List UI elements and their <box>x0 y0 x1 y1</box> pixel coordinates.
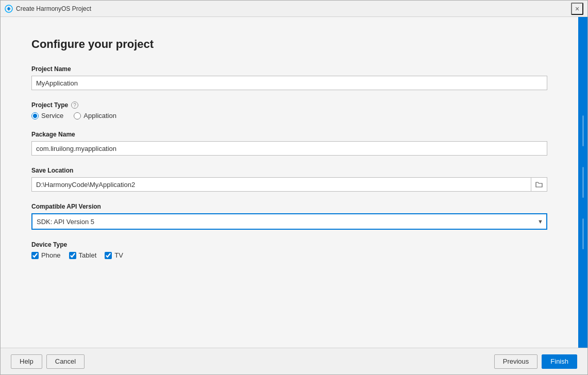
checkbox-tv-input[interactable] <box>105 252 112 259</box>
project-type-label: Project Type ? <box>31 101 547 109</box>
project-name-field: Project Name <box>31 65 547 90</box>
finish-button[interactable]: Finish <box>542 354 577 369</box>
titlebar-title: Create HarmonyOS Project <box>16 5 91 12</box>
folder-icon <box>535 181 543 187</box>
api-version-select-wrapper: SDK: API Version 5 SDK: API Version 6 ▼ <box>31 213 547 230</box>
api-version-select[interactable]: SDK: API Version 5 SDK: API Version 6 <box>31 213 547 230</box>
close-button[interactable]: × <box>571 3 583 15</box>
radio-service-input[interactable] <box>31 112 39 120</box>
checkbox-phone[interactable]: Phone <box>31 251 61 259</box>
checkbox-tv[interactable]: TV <box>105 251 123 259</box>
save-location-input-group <box>31 177 547 192</box>
package-name-label: Package Name <box>31 131 547 138</box>
page-title: Configure your project <box>31 38 547 51</box>
sidebar-stripe-1 <box>582 115 584 146</box>
save-location-input[interactable] <box>31 177 531 192</box>
footer-left: Help Cancel <box>11 354 85 369</box>
project-type-field: Project Type ? Service Application <box>31 101 547 120</box>
api-version-label: Compatible API Version <box>31 203 547 210</box>
device-type-field: Device Type Phone Tablet TV <box>31 241 547 259</box>
help-icon[interactable]: ? <box>71 101 78 109</box>
checkbox-tablet[interactable]: Tablet <box>69 251 97 259</box>
footer: Help Cancel Previous Finish <box>1 348 587 374</box>
radio-service[interactable]: Service <box>31 112 63 120</box>
radio-application-input[interactable] <box>74 112 81 120</box>
form-area: Configure your project Project Name Proj… <box>1 17 578 348</box>
dialog-window: Create HarmonyOS Project × Configure you… <box>0 0 588 375</box>
package-name-input[interactable] <box>31 141 547 156</box>
radio-application-label: Application <box>83 112 116 120</box>
device-type-checkbox-group: Phone Tablet TV <box>31 251 547 259</box>
app-logo <box>5 5 13 13</box>
titlebar-left: Create HarmonyOS Project <box>5 5 91 13</box>
project-name-input[interactable] <box>31 76 547 90</box>
device-type-label: Device Type <box>31 241 547 248</box>
checkbox-phone-label: Phone <box>41 251 61 259</box>
footer-right: Previous Finish <box>494 354 577 369</box>
api-version-field: Compatible API Version SDK: API Version … <box>31 203 547 230</box>
project-name-label: Project Name <box>31 65 547 73</box>
titlebar: Create HarmonyOS Project × <box>1 1 587 17</box>
checkbox-tv-label: TV <box>114 251 123 259</box>
previous-button[interactable]: Previous <box>494 354 538 369</box>
browse-folder-button[interactable] <box>531 177 547 192</box>
cancel-button[interactable]: Cancel <box>46 354 85 369</box>
right-sidebar <box>578 17 587 348</box>
checkbox-tablet-label: Tablet <box>79 251 97 259</box>
sidebar-stripe-3 <box>582 218 584 249</box>
package-name-field: Package Name <box>31 131 547 156</box>
help-button[interactable]: Help <box>11 354 42 369</box>
save-location-label: Save Location <box>31 167 547 174</box>
checkbox-phone-input[interactable] <box>31 252 39 259</box>
sidebar-stripe-2 <box>582 167 584 198</box>
radio-application[interactable]: Application <box>74 112 116 120</box>
main-content: Configure your project Project Name Proj… <box>1 17 587 348</box>
save-location-field: Save Location <box>31 167 547 192</box>
project-type-radio-group: Service Application <box>31 112 547 120</box>
radio-service-label: Service <box>41 112 63 120</box>
checkbox-tablet-input[interactable] <box>69 252 76 259</box>
